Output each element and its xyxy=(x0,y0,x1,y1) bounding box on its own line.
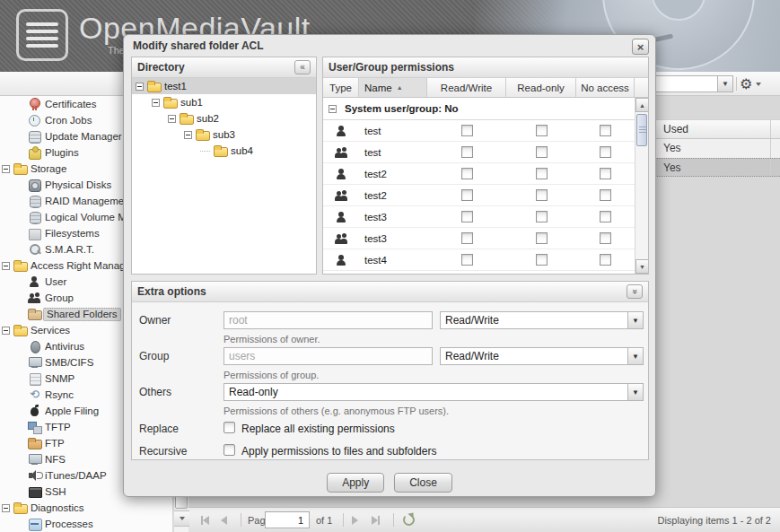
first-page-button[interactable] xyxy=(201,513,209,528)
readonly-checkbox[interactable] xyxy=(536,125,548,136)
collapse-section-icon[interactable]: » xyxy=(627,284,643,299)
recursive-label: Recursive xyxy=(139,445,187,458)
chevron-down-icon[interactable]: ▼ xyxy=(627,384,643,400)
readonly-checkbox[interactable] xyxy=(536,211,548,222)
readwrite-checkbox[interactable] xyxy=(461,146,473,158)
owner-label: Owner xyxy=(139,314,171,327)
tree-node-test1[interactable]: test1 xyxy=(132,78,316,94)
collapse-expander-icon[interactable] xyxy=(152,99,160,107)
tree-node-sub1[interactable]: sub1 xyxy=(132,94,316,110)
sync-icon: ⟲ xyxy=(28,388,41,401)
scroll-up-button[interactable]: ▲ xyxy=(635,98,648,112)
readonly-checkbox[interactable] xyxy=(536,189,548,201)
owner-field xyxy=(223,311,433,329)
caret-down-icon xyxy=(180,517,185,520)
readonly-checkbox[interactable] xyxy=(536,146,548,158)
group-collapse-icon[interactable] xyxy=(329,105,337,113)
noaccess-checkbox[interactable] xyxy=(600,254,611,266)
replace-checkbox[interactable] xyxy=(223,422,235,433)
noaccess-checkbox[interactable] xyxy=(600,125,611,136)
noaccess-checkbox[interactable] xyxy=(600,232,611,244)
replace-box-label: Replace all existing permissions xyxy=(241,423,395,435)
readonly-cell xyxy=(506,185,576,205)
noaccess-checkbox[interactable] xyxy=(600,211,611,222)
process-icon xyxy=(28,518,41,530)
collapse-expander-icon[interactable] xyxy=(168,115,176,123)
settings-menu-button[interactable]: ⚙ xyxy=(740,74,774,93)
directory-panel: Directory « test1 sub1 sub2 sub3 sub4 xyxy=(131,57,317,275)
shared-folder-icon xyxy=(28,308,41,320)
user-icon xyxy=(335,125,348,137)
scroll-down-button[interactable]: ▼ xyxy=(635,259,648,274)
group-icon xyxy=(335,189,348,202)
collapse-expander-icon[interactable] xyxy=(2,327,10,335)
readwrite-checkbox[interactable] xyxy=(461,168,473,179)
apple-icon xyxy=(28,405,41,417)
noaccess-checkbox[interactable] xyxy=(600,146,611,158)
group-field xyxy=(223,347,433,365)
folder-icon xyxy=(13,162,27,175)
type-cell xyxy=(323,206,359,227)
noaccess-cell xyxy=(576,163,635,184)
noaccess-checkbox[interactable] xyxy=(600,168,611,179)
readwrite-checkbox[interactable] xyxy=(461,254,473,266)
column-header-readwrite[interactable]: Read/Write xyxy=(427,78,506,97)
tree-node-sub2[interactable]: sub2 xyxy=(132,110,316,126)
collapse-expander-icon[interactable] xyxy=(184,131,192,139)
others-permission-select[interactable]: Read-only ▼ xyxy=(223,383,644,401)
recursive-checkbox[interactable] xyxy=(223,444,235,456)
group-permission-select[interactable]: Read/Write ▼ xyxy=(440,347,644,365)
column-header-readonly[interactable]: Read-only xyxy=(506,78,576,97)
readwrite-checkbox[interactable] xyxy=(461,232,473,244)
type-cell xyxy=(323,120,359,141)
readonly-checkbox[interactable] xyxy=(536,232,548,244)
sidebar-item-diagnostics[interactable]: Diagnostics xyxy=(0,500,172,516)
collapse-expander-icon[interactable] xyxy=(2,262,10,270)
name-cell: test xyxy=(359,142,427,162)
chevron-down-icon[interactable]: ▼ xyxy=(717,76,732,92)
group-header-row[interactable]: System user/group: No xyxy=(323,98,635,120)
permission-row[interactable]: test3 xyxy=(323,228,635,249)
readonly-checkbox[interactable] xyxy=(536,254,548,266)
readwrite-checkbox[interactable] xyxy=(461,189,473,201)
chevron-down-icon[interactable]: ▼ xyxy=(627,348,643,364)
group-help: Permissions of group. xyxy=(223,370,319,380)
owner-permission-select[interactable]: Read/Write ▼ xyxy=(440,311,644,329)
tree-node-sub3[interactable]: sub3 xyxy=(132,126,316,143)
apply-button[interactable]: Apply xyxy=(327,473,384,493)
column-header-name[interactable]: Name ▲ xyxy=(359,78,427,97)
permission-row[interactable]: test xyxy=(323,142,635,163)
chevron-down-icon[interactable]: ▼ xyxy=(627,312,643,328)
sidebar-item-processes[interactable]: Processes xyxy=(0,516,172,532)
permission-row[interactable]: test2 xyxy=(323,163,635,185)
tree-node-sub4[interactable]: sub4 xyxy=(132,143,316,159)
readwrite-checkbox[interactable] xyxy=(461,211,473,222)
scroll-down-button[interactable] xyxy=(174,510,189,527)
page-number-input[interactable] xyxy=(265,511,310,528)
close-button[interactable]: Close xyxy=(394,473,452,493)
permission-row[interactable]: test xyxy=(323,120,635,142)
column-header-noaccess[interactable]: No access xyxy=(576,78,635,97)
readonly-checkbox[interactable] xyxy=(536,168,548,179)
permission-row[interactable]: test3 xyxy=(323,206,635,228)
scrollbar-thumb[interactable] xyxy=(636,114,647,146)
refresh-icon[interactable] xyxy=(403,514,415,526)
permission-row[interactable]: test2 xyxy=(323,185,635,206)
column-header-type[interactable]: Type xyxy=(323,78,359,97)
name-cell: test3 xyxy=(359,228,427,249)
collapse-expander-icon[interactable] xyxy=(136,83,144,91)
next-page-button[interactable] xyxy=(352,513,358,528)
last-page-button[interactable] xyxy=(372,513,380,528)
readwrite-checkbox[interactable] xyxy=(461,125,473,136)
grid-scrollbar[interactable]: ▲ ▼ xyxy=(635,98,648,274)
close-icon[interactable]: × xyxy=(632,39,649,55)
pager-separator xyxy=(393,513,394,527)
prev-page-button[interactable] xyxy=(221,513,227,528)
folder-icon xyxy=(163,96,177,109)
noaccess-checkbox[interactable] xyxy=(600,189,611,201)
collapse-panel-icon[interactable]: « xyxy=(294,60,311,74)
collapse-expander-icon[interactable] xyxy=(2,165,10,173)
collapse-expander-icon[interactable] xyxy=(2,504,10,512)
readonly-cell xyxy=(506,120,576,141)
permission-row[interactable]: test4 xyxy=(323,249,635,271)
